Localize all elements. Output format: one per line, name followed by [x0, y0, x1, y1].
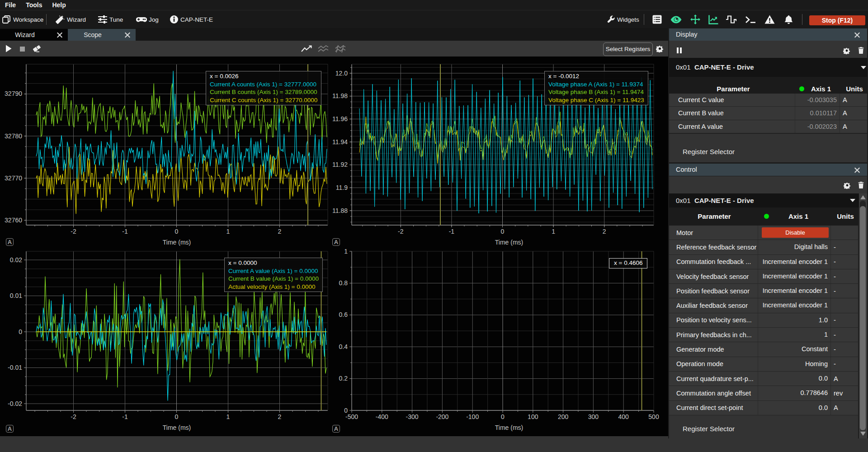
svg-text:-2: -2 [398, 228, 404, 235]
svg-text:-2: -2 [71, 413, 76, 420]
svg-text:2: 2 [603, 228, 606, 235]
svg-text:32760: 32760 [5, 217, 22, 224]
svg-text:Time (ms): Time (ms) [163, 424, 191, 431]
svg-text:11.96: 11.96 [332, 115, 348, 122]
svg-text:-1: -1 [449, 228, 455, 235]
svg-text:-400: -400 [376, 413, 388, 420]
svg-text:2: 2 [278, 413, 282, 420]
svg-text:-300: -300 [406, 413, 419, 420]
svg-text:11.9: 11.9 [336, 184, 348, 191]
svg-text:0.8: 0.8 [339, 279, 348, 287]
svg-text:Time (ms): Time (ms) [495, 239, 523, 246]
svg-text:0.6: 0.6 [339, 311, 348, 318]
svg-text:1: 1 [226, 228, 230, 235]
svg-text:32790: 32790 [5, 90, 22, 97]
svg-text:0.01: 0.01 [10, 292, 22, 299]
svg-text:500: 500 [648, 413, 659, 420]
svg-text:0: 0 [175, 228, 179, 235]
svg-text:32780: 32780 [5, 132, 22, 140]
svg-text:0: 0 [501, 413, 505, 420]
svg-text:1: 1 [344, 248, 348, 255]
svg-text:0.02: 0.02 [10, 256, 22, 264]
svg-text:0.2: 0.2 [339, 375, 348, 382]
svg-text:400: 400 [618, 413, 629, 420]
svg-text:-200: -200 [436, 413, 448, 420]
svg-text:-2: -2 [71, 228, 76, 235]
svg-text:-500: -500 [345, 413, 358, 420]
svg-text:11.98: 11.98 [332, 92, 348, 99]
svg-text:11.94: 11.94 [332, 138, 348, 146]
svg-text:Time (ms): Time (ms) [163, 239, 191, 246]
svg-text:11.88: 11.88 [332, 207, 348, 214]
svg-text:-100: -100 [466, 413, 479, 420]
svg-text:12.0: 12.0 [335, 70, 348, 77]
svg-text:-1: -1 [122, 413, 128, 420]
svg-text:11.92: 11.92 [332, 161, 348, 168]
svg-text:100: 100 [528, 413, 538, 420]
svg-text:1: 1 [226, 413, 230, 420]
svg-text:0: 0 [19, 328, 22, 335]
svg-text:0: 0 [175, 413, 179, 420]
svg-text:-1: -1 [122, 228, 128, 235]
svg-text:2: 2 [278, 228, 282, 235]
svg-text:1: 1 [552, 228, 555, 235]
svg-text:300: 300 [588, 413, 599, 420]
svg-text:0: 0 [344, 407, 348, 414]
svg-text:0.4: 0.4 [339, 343, 348, 350]
svg-text:32770: 32770 [5, 174, 22, 182]
svg-text:Time (ms): Time (ms) [495, 424, 523, 431]
svg-text:0: 0 [501, 228, 505, 235]
svg-text:-0.01: -0.01 [8, 364, 22, 371]
svg-text:200: 200 [558, 413, 569, 420]
svg-text:-0.02: -0.02 [8, 400, 22, 407]
